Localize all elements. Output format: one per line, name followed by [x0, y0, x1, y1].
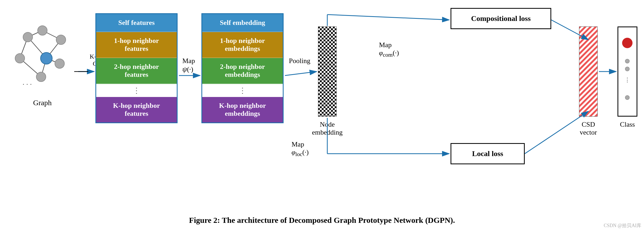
hop2-embeddings: 2-hop neighborembeddings: [202, 58, 283, 84]
graph-label: Graph: [8, 99, 77, 107]
svg-text:⋮: ⋮: [624, 77, 630, 83]
hopk-features: K-hop neighborfeatures: [96, 97, 177, 122]
svg-point-11: [15, 54, 25, 63]
hop1-features: 1-hop neighborfeatures: [96, 32, 177, 58]
pooling-label: Pooling: [289, 57, 310, 65]
map-phi-com-label: Mapφcom(·): [379, 41, 399, 58]
feature-dots: ⋮: [96, 84, 177, 97]
svg-point-24: [622, 38, 632, 48]
csd-vector-label: CSD vector: [572, 121, 604, 136]
feature-box: Self features 1-hop neighborfeatures 2-h…: [95, 13, 178, 123]
comp-loss-box: Compositional loss: [451, 8, 551, 29]
svg-point-10: [56, 35, 66, 45]
local-loss-box: Local loss: [451, 143, 525, 164]
svg-point-26: [625, 67, 629, 71]
svg-point-12: [41, 52, 52, 64]
map-phi-loc-label: Mapφloc(·): [292, 140, 309, 158]
hop2-features: 2-hop neighborfeatures: [96, 58, 177, 84]
node-embedding-visual: [318, 26, 337, 117]
hopk-embeddings: K-hop neighborembeddings: [202, 97, 283, 122]
map-psi-label: Mapψ(·): [182, 57, 195, 73]
main-container: . . . Graph K-times GraphConvolution Sel…: [0, 0, 644, 230]
svg-point-9: [23, 32, 33, 42]
class-label: Class: [617, 121, 637, 129]
svg-rect-20: [318, 26, 337, 117]
comp-loss-label: Compositional loss: [471, 14, 531, 23]
graph-section: . . . Graph: [8, 21, 77, 107]
figure-caption: Figure 2: The architecture of Decomposed…: [0, 216, 644, 225]
svg-rect-23: [579, 26, 598, 117]
embedding-dots: ⋮: [202, 84, 283, 97]
svg-point-13: [55, 59, 64, 68]
self-embedding: Self embedding: [202, 14, 283, 32]
svg-line-33: [285, 72, 317, 76]
graph-diagram: . . .: [12, 21, 73, 95]
csd-vector-visual: [579, 26, 598, 117]
svg-point-25: [625, 59, 629, 63]
svg-text:. . .: . . .: [23, 78, 32, 86]
svg-point-28: [625, 95, 629, 100]
class-box: ⋮: [617, 26, 637, 117]
svg-point-14: [36, 72, 46, 82]
watermark: CSDN @拾贝AI库: [604, 222, 641, 229]
hop1-embeddings: 1-hop neighborembeddings: [202, 32, 283, 58]
embedding-box: Self embedding 1-hop neighborembeddings …: [201, 13, 284, 123]
node-embedding-label: Nodeembedding: [311, 121, 343, 136]
self-features: Self features: [96, 14, 177, 32]
local-loss-label: Local loss: [472, 149, 503, 158]
svg-line-35: [327, 15, 449, 20]
svg-point-8: [38, 26, 47, 35]
